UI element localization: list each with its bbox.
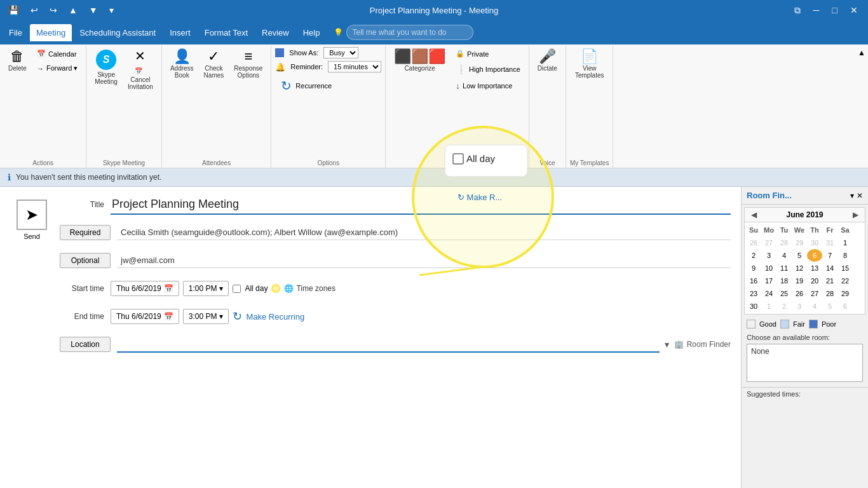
high-importance-button[interactable]: ❕ High Importance [451, 62, 525, 77]
optional-button[interactable]: Optional [60, 253, 111, 268]
cal-day[interactable]: 23 [746, 287, 761, 300]
location-input[interactable] [117, 337, 660, 353]
cal-day[interactable]: 27 [761, 236, 776, 249]
cal-day[interactable]: 16 [746, 274, 761, 287]
start-date-input[interactable]: Thu 6/6/2019 📅 [111, 281, 179, 296]
cal-day[interactable]: 31 [822, 236, 837, 249]
make-recurring-button[interactable]: ↻ Make Recurring [233, 309, 304, 323]
menu-review[interactable]: Review [255, 24, 295, 41]
cal-day[interactable]: 1 [761, 300, 776, 313]
cal-day[interactable]: 27 [807, 287, 822, 300]
start-time-select[interactable]: 1:00 PM ▾ [183, 281, 229, 296]
calendar-button[interactable]: 📅 Calendar [32, 47, 82, 60]
minimize-button[interactable]: ─ [808, 3, 825, 18]
reminder-select[interactable]: 15 minutes [328, 61, 381, 72]
cal-day[interactable]: 4 [807, 300, 822, 313]
title-input[interactable] [111, 195, 731, 215]
response-options-button[interactable]: ≡ ResponseOptions [229, 47, 267, 81]
room-finder-dropdown-button[interactable]: ▾ [850, 191, 854, 200]
cal-day-selected[interactable]: 6 [807, 249, 822, 262]
show-as-select[interactable]: Busy [323, 47, 358, 58]
room-finder-close-button[interactable]: ✕ [857, 191, 863, 200]
required-input[interactable] [117, 225, 731, 240]
dictate-button[interactable]: 🎤 Dictate [533, 47, 562, 74]
cal-day[interactable]: 30 [746, 300, 761, 313]
down-button[interactable]: ▼ [86, 4, 101, 17]
cal-day[interactable]: 20 [807, 274, 822, 287]
view-templates-button[interactable]: 📄 ViewTemplates [571, 47, 609, 81]
cal-day[interactable]: 2 [746, 249, 761, 262]
maximize-button[interactable]: □ [827, 3, 843, 18]
cal-day[interactable]: 17 [761, 274, 776, 287]
menu-format-text[interactable]: Format Text [198, 24, 254, 41]
cal-day[interactable]: 26 [746, 236, 761, 249]
collapse-ribbon-button[interactable]: ▲ [858, 48, 865, 57]
forward-button[interactable]: → Forward ▾ [32, 62, 82, 75]
cal-day[interactable]: 3 [761, 249, 776, 262]
cal-day[interactable]: 1 [837, 236, 853, 249]
undo-button[interactable]: ↩ [27, 4, 41, 17]
menu-help[interactable]: Help [297, 24, 327, 41]
next-month-button[interactable]: ▶ [850, 210, 861, 219]
room-finder-scroll[interactable]: ◀ June 2019 ▶ Su Mo Tu We Th Fr Sa 26 27 [742, 205, 868, 488]
cal-day[interactable]: 24 [761, 287, 776, 300]
cal-day[interactable]: 28 [822, 287, 837, 300]
cal-day[interactable]: 2 [776, 300, 792, 313]
optional-input[interactable] [117, 253, 731, 268]
close-button[interactable]: ✕ [845, 3, 863, 18]
cal-day[interactable]: 14 [822, 262, 837, 274]
room-finder-button[interactable]: 🏢 Room Finder [674, 340, 731, 349]
delete-button[interactable]: 🗑 Delete [4, 47, 31, 74]
cal-day[interactable]: 21 [822, 274, 837, 287]
cal-day[interactable]: 8 [837, 249, 853, 262]
cal-day[interactable]: 4 [776, 249, 792, 262]
address-book-button[interactable]: 👤 AddressBook [166, 47, 198, 81]
required-button[interactable]: Required [60, 225, 111, 240]
cal-day[interactable]: 15 [837, 262, 853, 274]
low-importance-button[interactable]: ↓ Low Importance [451, 78, 525, 93]
categorize-button[interactable]: ⬛🟫🟥 Categorize [390, 47, 450, 74]
cal-day[interactable]: 6 [837, 300, 853, 313]
cal-day[interactable]: 7 [822, 249, 837, 262]
up-button[interactable]: ▲ [65, 4, 81, 17]
check-names-button[interactable]: ✓ CheckNames [200, 47, 229, 81]
cancel-invitation-button[interactable]: ✕📅 CancelInvitation [123, 47, 158, 93]
more-qat-button[interactable]: ▾ [106, 4, 117, 17]
cal-day[interactable]: 5 [822, 300, 837, 313]
tell-me-input[interactable] [346, 25, 473, 40]
cal-day[interactable]: 11 [776, 262, 792, 274]
cal-day[interactable]: 13 [807, 262, 822, 274]
cal-day[interactable]: 9 [746, 262, 761, 274]
skype-meeting-button[interactable]: S SkypeMeeting [90, 47, 122, 88]
cal-day[interactable]: 3 [792, 300, 807, 313]
cal-day[interactable]: 25 [776, 287, 792, 300]
all-day-checkbox[interactable] [233, 285, 241, 293]
cal-day[interactable]: 29 [837, 287, 853, 300]
restore-button[interactable]: ⧉ [789, 3, 806, 18]
cal-day[interactable]: 19 [792, 274, 807, 287]
menu-scheduling[interactable]: Scheduling Assistant [73, 24, 162, 41]
private-button[interactable]: 🔒 Private [451, 47, 525, 60]
cal-day[interactable]: 5 [792, 249, 807, 262]
cal-day[interactable]: 10 [761, 262, 776, 274]
cal-day[interactable]: 30 [807, 236, 822, 249]
recurrence-button[interactable]: ↻ Recurrence [275, 75, 337, 97]
redo-button[interactable]: ↪ [46, 4, 60, 17]
location-dropdown-icon[interactable]: ▾ [665, 339, 669, 349]
time-zones-button[interactable]: 🌐 Time zones [284, 284, 336, 293]
menu-meeting[interactable]: Meeting [30, 24, 72, 41]
cal-day[interactable]: 22 [837, 274, 853, 287]
menu-file[interactable]: File [3, 24, 29, 41]
menu-insert[interactable]: Insert [163, 24, 197, 41]
end-time-select[interactable]: 3:00 PM ▾ [183, 309, 229, 324]
end-date-input[interactable]: Thu 6/6/2019 📅 [111, 309, 179, 324]
cal-day[interactable]: 26 [792, 287, 807, 300]
cal-day[interactable]: 29 [792, 236, 807, 249]
prev-month-button[interactable]: ◀ [749, 210, 759, 219]
cal-day[interactable]: 28 [776, 236, 792, 249]
location-button[interactable]: Location [60, 337, 111, 352]
cal-day[interactable]: 12 [792, 262, 807, 274]
save-button[interactable]: 💾 [5, 4, 22, 17]
cal-day[interactable]: 18 [776, 274, 792, 287]
send-button[interactable]: ➤ Send [10, 193, 53, 247]
